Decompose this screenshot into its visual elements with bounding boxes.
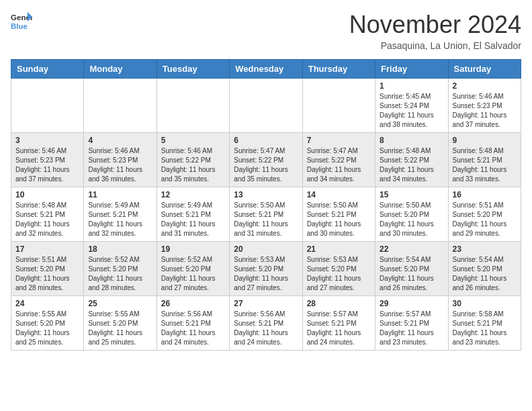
day-info: Sunrise: 5:45 AM Sunset: 5:24 PM Dayligh… [380, 92, 443, 130]
day-cell [84, 79, 157, 133]
day-number: 3 [15, 136, 79, 145]
day-info: Sunrise: 5:56 AM Sunset: 5:21 PM Dayligh… [234, 310, 298, 347]
svg-text:Blue: Blue [11, 22, 28, 30]
day-info: Sunrise: 5:57 AM Sunset: 5:21 PM Dayligh… [380, 310, 443, 347]
day-cell: 15Sunrise: 5:50 AM Sunset: 5:20 PM Dayli… [375, 187, 448, 242]
day-cell: 5Sunrise: 5:46 AM Sunset: 5:22 PM Daylig… [157, 133, 229, 187]
day-number: 29 [380, 299, 443, 308]
weekday-header-saturday: Saturday [448, 60, 521, 79]
day-cell: 26Sunrise: 5:56 AM Sunset: 5:21 PM Dayli… [157, 296, 229, 351]
weekday-header-tuesday: Tuesday [157, 60, 229, 79]
day-number: 26 [161, 299, 225, 308]
day-cell: 19Sunrise: 5:52 AM Sunset: 5:20 PM Dayli… [157, 242, 229, 296]
day-number: 7 [307, 136, 371, 145]
page-header: General Blue November 2024 Pasaquina, La… [11, 11, 521, 51]
day-info: Sunrise: 5:50 AM Sunset: 5:20 PM Dayligh… [380, 201, 443, 238]
day-info: Sunrise: 5:54 AM Sunset: 5:20 PM Dayligh… [453, 255, 517, 293]
day-number: 27 [234, 299, 298, 308]
day-cell: 11Sunrise: 5:49 AM Sunset: 5:21 PM Dayli… [84, 187, 157, 242]
title-block: November 2024 Pasaquina, La Union, El Sa… [349, 11, 521, 51]
day-info: Sunrise: 5:51 AM Sunset: 5:20 PM Dayligh… [15, 255, 79, 293]
day-cell: 22Sunrise: 5:54 AM Sunset: 5:20 PM Dayli… [375, 242, 448, 296]
day-cell: 12Sunrise: 5:49 AM Sunset: 5:21 PM Dayli… [157, 187, 229, 242]
weekday-header-friday: Friday [375, 60, 448, 79]
weekday-header-sunday: Sunday [11, 60, 84, 79]
day-info: Sunrise: 5:53 AM Sunset: 5:20 PM Dayligh… [307, 255, 371, 293]
location: Pasaquina, La Union, El Salvador [349, 40, 521, 51]
day-number: 9 [453, 136, 517, 145]
day-cell: 18Sunrise: 5:52 AM Sunset: 5:20 PM Dayli… [84, 242, 157, 296]
day-number: 12 [161, 190, 225, 199]
logo: General Blue [11, 11, 32, 32]
day-cell: 29Sunrise: 5:57 AM Sunset: 5:21 PM Dayli… [375, 296, 448, 351]
day-number: 15 [380, 190, 443, 199]
month-title: November 2024 [349, 11, 521, 39]
day-cell: 30Sunrise: 5:58 AM Sunset: 5:21 PM Dayli… [448, 296, 521, 351]
day-number: 25 [88, 299, 152, 308]
day-number: 30 [453, 299, 517, 308]
day-cell: 6Sunrise: 5:47 AM Sunset: 5:22 PM Daylig… [230, 133, 302, 187]
day-info: Sunrise: 5:47 AM Sunset: 5:22 PM Dayligh… [234, 146, 298, 184]
day-number: 22 [380, 244, 443, 254]
day-info: Sunrise: 5:46 AM Sunset: 5:23 PM Dayligh… [88, 146, 152, 184]
day-cell: 24Sunrise: 5:55 AM Sunset: 5:20 PM Dayli… [11, 296, 84, 351]
day-number: 17 [15, 244, 79, 254]
day-number: 13 [234, 190, 298, 199]
week-row-1: 1Sunrise: 5:45 AM Sunset: 5:24 PM Daylig… [11, 79, 521, 133]
calendar-table: SundayMondayTuesdayWednesdayThursdayFrid… [11, 59, 521, 351]
day-info: Sunrise: 5:48 AM Sunset: 5:21 PM Dayligh… [15, 201, 79, 238]
day-cell: 27Sunrise: 5:56 AM Sunset: 5:21 PM Dayli… [230, 296, 302, 351]
day-info: Sunrise: 5:49 AM Sunset: 5:21 PM Dayligh… [88, 201, 152, 238]
day-cell [11, 79, 84, 133]
day-number: 5 [161, 136, 225, 145]
weekday-header-monday: Monday [84, 60, 157, 79]
day-cell: 9Sunrise: 5:48 AM Sunset: 5:21 PM Daylig… [448, 133, 521, 187]
day-cell: 3Sunrise: 5:46 AM Sunset: 5:23 PM Daylig… [11, 133, 84, 187]
day-cell [302, 79, 375, 133]
day-info: Sunrise: 5:51 AM Sunset: 5:20 PM Dayligh… [453, 201, 517, 238]
week-row-4: 17Sunrise: 5:51 AM Sunset: 5:20 PM Dayli… [11, 242, 521, 296]
day-info: Sunrise: 5:49 AM Sunset: 5:21 PM Dayligh… [161, 201, 225, 238]
day-info: Sunrise: 5:50 AM Sunset: 5:21 PM Dayligh… [234, 201, 298, 238]
day-number: 1 [380, 81, 443, 91]
week-row-2: 3Sunrise: 5:46 AM Sunset: 5:23 PM Daylig… [11, 133, 521, 187]
day-info: Sunrise: 5:57 AM Sunset: 5:21 PM Dayligh… [307, 310, 371, 347]
day-info: Sunrise: 5:52 AM Sunset: 5:20 PM Dayligh… [88, 255, 152, 293]
day-cell: 20Sunrise: 5:53 AM Sunset: 5:20 PM Dayli… [230, 242, 302, 296]
weekday-header-row: SundayMondayTuesdayWednesdayThursdayFrid… [11, 60, 521, 79]
day-cell: 10Sunrise: 5:48 AM Sunset: 5:21 PM Dayli… [11, 187, 84, 242]
day-cell: 8Sunrise: 5:48 AM Sunset: 5:22 PM Daylig… [375, 133, 448, 187]
day-info: Sunrise: 5:58 AM Sunset: 5:21 PM Dayligh… [453, 310, 517, 347]
day-number: 11 [88, 190, 152, 199]
day-number: 18 [88, 244, 152, 254]
day-cell: 2Sunrise: 5:46 AM Sunset: 5:23 PM Daylig… [448, 79, 521, 133]
day-number: 6 [234, 136, 298, 145]
day-cell: 14Sunrise: 5:50 AM Sunset: 5:21 PM Dayli… [302, 187, 375, 242]
day-number: 16 [453, 190, 517, 199]
day-cell: 1Sunrise: 5:45 AM Sunset: 5:24 PM Daylig… [375, 79, 448, 133]
logo-icon: General Blue [11, 11, 32, 32]
day-number: 23 [453, 244, 517, 254]
day-info: Sunrise: 5:46 AM Sunset: 5:23 PM Dayligh… [15, 146, 79, 184]
day-cell: 16Sunrise: 5:51 AM Sunset: 5:20 PM Dayli… [448, 187, 521, 242]
day-info: Sunrise: 5:46 AM Sunset: 5:23 PM Dayligh… [453, 92, 517, 130]
day-cell: 4Sunrise: 5:46 AM Sunset: 5:23 PM Daylig… [84, 133, 157, 187]
day-cell: 28Sunrise: 5:57 AM Sunset: 5:21 PM Dayli… [302, 296, 375, 351]
day-info: Sunrise: 5:55 AM Sunset: 5:20 PM Dayligh… [15, 310, 79, 347]
day-cell: 25Sunrise: 5:55 AM Sunset: 5:20 PM Dayli… [84, 296, 157, 351]
day-info: Sunrise: 5:48 AM Sunset: 5:21 PM Dayligh… [453, 146, 517, 184]
day-number: 20 [234, 244, 298, 254]
weekday-header-thursday: Thursday [302, 60, 375, 79]
day-cell: 7Sunrise: 5:47 AM Sunset: 5:22 PM Daylig… [302, 133, 375, 187]
day-info: Sunrise: 5:50 AM Sunset: 5:21 PM Dayligh… [307, 201, 371, 238]
day-cell [230, 79, 302, 133]
day-cell: 13Sunrise: 5:50 AM Sunset: 5:21 PM Dayli… [230, 187, 302, 242]
day-cell: 17Sunrise: 5:51 AM Sunset: 5:20 PM Dayli… [11, 242, 84, 296]
day-cell [157, 79, 229, 133]
week-row-3: 10Sunrise: 5:48 AM Sunset: 5:21 PM Dayli… [11, 187, 521, 242]
day-info: Sunrise: 5:46 AM Sunset: 5:22 PM Dayligh… [161, 146, 225, 184]
day-number: 10 [15, 190, 79, 199]
day-number: 24 [15, 299, 79, 308]
day-number: 21 [307, 244, 371, 254]
day-number: 4 [88, 136, 152, 145]
